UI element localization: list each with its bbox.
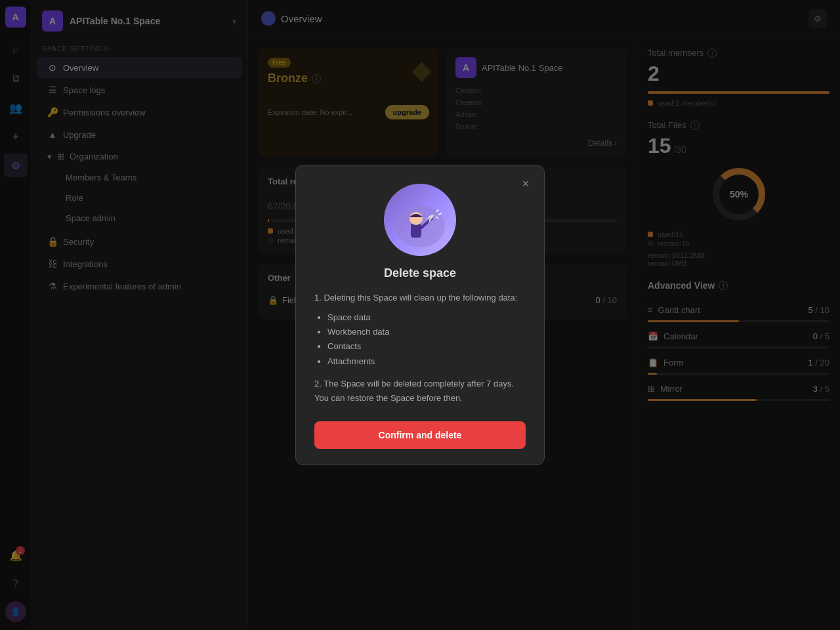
modal-close-button[interactable]: × (516, 175, 535, 193)
modal-illust-circle (384, 184, 456, 256)
modal-item-workbench: Workbench data (327, 325, 526, 339)
modal-title: Delete space (314, 266, 526, 280)
delete-space-modal: × (295, 165, 545, 465)
confirm-delete-button[interactable]: Confirm and delete (314, 421, 526, 449)
modal-illustration (314, 184, 526, 256)
modal-body: 1. Deleting this Space will clean up the… (314, 291, 526, 406)
svg-rect-4 (411, 223, 421, 238)
modal-item-attachments: Attachments (327, 354, 526, 369)
modal-overlay[interactable]: × (0, 0, 840, 630)
modal-items-list: Space data Workbench data Contacts Attac… (327, 310, 526, 368)
modal-item-contacts: Contacts (327, 339, 526, 354)
modal-item-space-data: Space data (327, 310, 526, 325)
modal-point2: 2. The Space will be deleted completely … (314, 377, 526, 406)
modal-point1-title: 1. Deleting this Space will clean up the… (314, 291, 526, 305)
